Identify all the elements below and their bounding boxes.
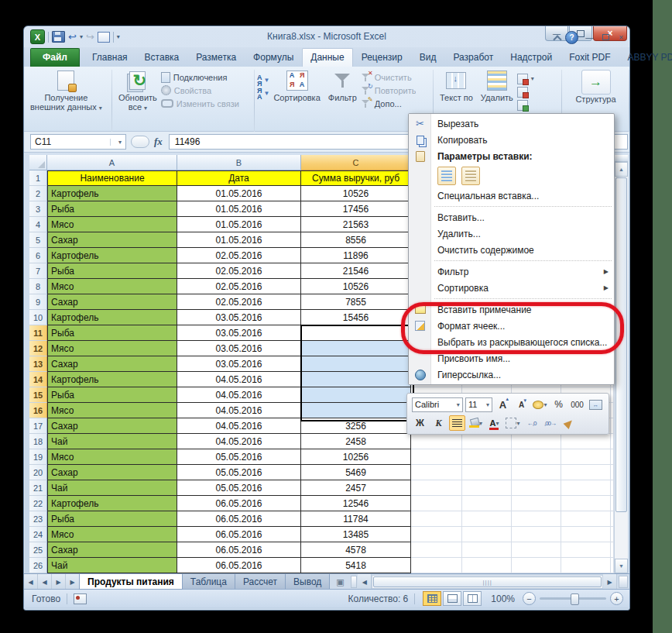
cell-name[interactable]: Чай (47, 434, 177, 449)
comma-style-button[interactable]: 000 (569, 397, 585, 412)
context-menu-item[interactable]: Вырезать ▶ (409, 115, 614, 132)
what-if-button[interactable] (517, 98, 534, 112)
row-header[interactable]: 12 (29, 341, 47, 356)
cell-empty[interactable] (462, 527, 512, 542)
context-menu-item[interactable]: ▶ (409, 164, 614, 187)
cell-sum[interactable] (301, 325, 411, 341)
cell-empty[interactable] (561, 542, 611, 558)
cell-name[interactable]: Картофель (47, 372, 177, 387)
cell-sum[interactable]: 7855 (301, 294, 411, 310)
insert-worksheet-icon[interactable]: ▣ (330, 574, 350, 590)
workbook-minimize-icon[interactable]: — (583, 33, 595, 43)
cell-name[interactable]: Рыба (47, 387, 177, 403)
ribbon-tab[interactable]: Главная (84, 48, 136, 67)
ribbon-tab[interactable]: Рецензир (353, 48, 411, 67)
cell-sum[interactable]: 21563 (301, 217, 411, 232)
column-header[interactable]: A (47, 155, 177, 170)
row-header[interactable]: 9 (29, 294, 47, 310)
cell-empty[interactable] (411, 496, 462, 511)
row-header[interactable]: 3 (29, 201, 47, 217)
font-size-select[interactable]: 11▾ (465, 397, 492, 412)
cell-sum[interactable]: 2458 (301, 434, 411, 449)
cell-date[interactable]: 03.05.2016 (177, 325, 301, 341)
text-to-columns-button[interactable]: Текст по (436, 69, 477, 103)
name-box-dropdown-icon[interactable]: ▾ (110, 139, 122, 146)
scroll-up-icon[interactable]: ▲ (615, 162, 628, 177)
next-sheet-icon[interactable]: ▶ (52, 574, 66, 590)
cell-empty[interactable] (561, 465, 611, 480)
row-header[interactable]: 22 (29, 496, 47, 511)
row-header[interactable]: 18 (29, 434, 47, 449)
cell-name[interactable]: Мясо (47, 341, 177, 356)
cell-sum[interactable]: 2457 (301, 480, 411, 496)
merge-center-button[interactable]: ↔ (588, 397, 604, 412)
structure-button[interactable]: → Структура (571, 71, 619, 105)
window-split-box[interactable] (619, 576, 628, 588)
zoom-in-button[interactable]: + (610, 592, 623, 605)
cell-empty[interactable] (411, 542, 462, 558)
cell-empty[interactable] (561, 558, 611, 573)
sort-button[interactable]: АЯЯА Сортировка (269, 69, 324, 103)
cell-empty[interactable] (512, 511, 561, 527)
cell-name[interactable]: Чай (47, 558, 177, 573)
format-painter-button[interactable] (561, 415, 577, 431)
cell-date[interactable]: 06.05.2016 (177, 527, 301, 542)
cell-name[interactable]: Картофель (47, 248, 177, 263)
cell-empty[interactable] (411, 527, 462, 542)
vertical-scrollbar[interactable]: ▲ ▼ (614, 155, 628, 573)
row-header[interactable]: 17 (29, 418, 47, 434)
column-header[interactable]: B (177, 155, 301, 170)
cell-empty[interactable] (512, 449, 561, 465)
help-icon[interactable]: ? (565, 31, 578, 44)
advanced-filter-button[interactable]: ✎Допо... (361, 97, 417, 110)
cell-sum[interactable]: 5469 (301, 465, 411, 480)
cell-date[interactable]: 02.05.2016 (177, 263, 301, 279)
cell-sum[interactable]: 10256 (301, 449, 411, 465)
vertical-scroll-thumb[interactable] (615, 177, 627, 512)
properties-button[interactable]: Свойства (161, 84, 239, 97)
cell-name[interactable]: Мясо (47, 217, 177, 232)
cell-sum[interactable]: 17456 (301, 201, 411, 217)
cell-empty[interactable] (512, 496, 561, 511)
cell-date[interactable]: 05.05.2016 (177, 465, 301, 480)
center-align-button[interactable] (449, 415, 465, 431)
zoom-slider[interactable] (540, 597, 606, 600)
cell-sum[interactable] (301, 387, 411, 403)
row-header[interactable]: 10 (29, 310, 47, 325)
cell-name[interactable]: Наименование (47, 170, 177, 186)
cell-sum[interactable]: 13485 (301, 527, 411, 542)
cell-date[interactable]: 02.05.2016 (177, 294, 301, 310)
context-menu-item[interactable]: Гиперссылка... ▶ (409, 366, 614, 383)
cell-sum[interactable]: 10526 (301, 186, 411, 201)
filter-button[interactable]: Фильтр (324, 69, 361, 103)
row-header[interactable]: 16 (29, 403, 47, 418)
cell-name[interactable]: Сахар (47, 418, 177, 434)
cell-name[interactable]: Картофель (47, 310, 177, 325)
cell-empty[interactable] (561, 496, 611, 511)
font-color-button[interactable]: А▾ (486, 415, 502, 431)
cell-date[interactable]: 01.05.2016 (177, 186, 301, 201)
sort-az-button[interactable]: АЯ▼ (257, 74, 269, 87)
cell-empty[interactable] (462, 449, 512, 465)
fill-color-button[interactable]: ▾ (468, 415, 484, 431)
sheet-tab[interactable]: Вывод (285, 574, 330, 590)
cell-name[interactable]: Рыба (47, 201, 177, 217)
context-menu-item[interactable]: Специальная вставка... ▶ (409, 187, 614, 204)
horizontal-scroll-thumb[interactable]: |||| (373, 576, 602, 587)
row-header[interactable]: 5 (29, 232, 47, 248)
cell-name[interactable]: Сахар (47, 356, 177, 372)
context-menu-item[interactable]: Выбрать из раскрывающегося списка... ▶ (409, 334, 614, 350)
normal-view-button[interactable] (423, 591, 441, 606)
prev-sheet-icon[interactable]: ◀ (38, 574, 52, 590)
cell-date[interactable]: 05.05.2016 (177, 480, 301, 496)
font-family-select[interactable]: Calibri▾ (412, 397, 463, 412)
cell-name[interactable]: Мясо (47, 527, 177, 542)
cell-date[interactable]: 02.05.2016 (177, 279, 301, 294)
cell-sum[interactable]: 21546 (301, 263, 411, 279)
row-header[interactable]: 7 (29, 263, 47, 279)
reapply-button[interactable]: ↻Повторить (361, 84, 417, 97)
row-header[interactable]: 15 (29, 387, 47, 403)
column-header[interactable]: C (301, 155, 411, 170)
row-header[interactable]: 19 (29, 449, 47, 465)
cell-sum[interactable] (301, 403, 411, 418)
